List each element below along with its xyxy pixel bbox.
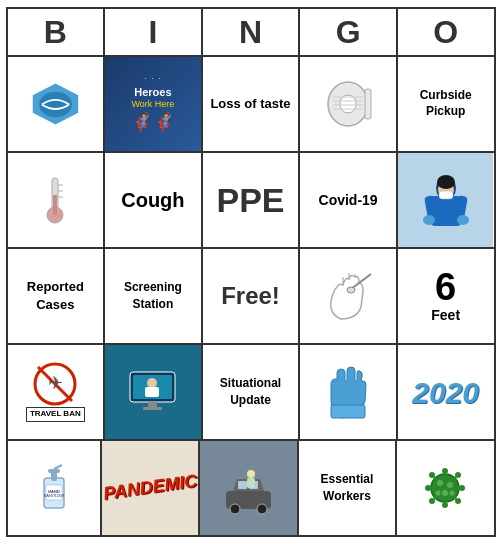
svg-point-34 (147, 378, 157, 388)
cell-n5-drive-thru (200, 441, 298, 535)
row-2: Cough PPE Covid-19 (8, 153, 494, 249)
cell-n1-loss-of-taste: Loss of taste (203, 57, 301, 151)
svg-point-49 (230, 504, 240, 514)
svg-rect-52 (247, 478, 255, 488)
cell-o5-virus (397, 441, 493, 535)
svg-point-56 (442, 502, 448, 508)
cell-b1-mask (8, 57, 106, 151)
svg-point-3 (340, 95, 356, 113)
svg-point-21 (437, 175, 455, 189)
svg-rect-37 (143, 407, 162, 410)
svg-point-28 (347, 287, 355, 293)
svg-point-54 (442, 468, 448, 474)
bingo-header: B I N G O (8, 9, 494, 57)
svg-rect-4 (365, 89, 371, 119)
row-1: · · · Heroes Work Here 🦸‍♀️🦸 Loss of tas… (8, 57, 494, 153)
svg-point-60 (459, 485, 465, 491)
cell-b3-reported-cases: Reported Cases (8, 249, 106, 343)
svg-point-58 (425, 485, 431, 491)
svg-point-1 (39, 92, 72, 117)
cell-i3-screening: Screening Station (105, 249, 203, 343)
cell-n2-ppe: PPE (203, 153, 301, 247)
cell-g4-glove (300, 345, 398, 439)
row-3: Reported Cases Screening Station Free! (8, 249, 494, 345)
svg-point-22 (423, 215, 435, 225)
cell-g5-essential: Essential Workers (299, 441, 397, 535)
letter-o: O (398, 9, 494, 55)
svg-point-50 (257, 504, 267, 514)
letter-i: I (105, 9, 203, 55)
cell-g2-covid: Covid-19 (300, 153, 398, 247)
cell-o4-2020: 2020 (398, 345, 494, 439)
row-4: ✈ TRAVEL BAN (8, 345, 494, 441)
cell-b2-thermometer (8, 153, 106, 247)
svg-point-51 (247, 470, 255, 478)
cell-g3-swab (300, 249, 398, 343)
svg-rect-38 (331, 405, 365, 418)
cell-i1-heroes: · · · Heroes Work Here 🦸‍♀️🦸 (105, 57, 203, 151)
svg-text:SANITIZER: SANITIZER (43, 493, 64, 498)
cell-n4-situational: Situational Update (203, 345, 301, 439)
cell-b5-sanitizer: HAND SANITIZER (8, 441, 102, 535)
svg-text:✈: ✈ (48, 373, 63, 393)
svg-point-72 (442, 490, 448, 496)
svg-rect-11 (53, 195, 57, 215)
row-5: HAND SANITIZER PANDEMIC (8, 441, 494, 535)
bingo-grid: · · · Heroes Work Here 🦸‍♀️🦸 Loss of tas… (8, 57, 494, 535)
cell-i4-screen (105, 345, 203, 439)
letter-g: G (300, 9, 398, 55)
cell-o2-doctor (398, 153, 494, 247)
letter-b: B (8, 9, 106, 55)
svg-point-73 (436, 491, 441, 496)
svg-point-71 (447, 482, 453, 488)
bingo-card: B I N G O · · · Heroes Work Her (6, 7, 496, 537)
letter-n: N (203, 9, 301, 55)
svg-rect-20 (439, 191, 453, 199)
cell-b4-travel-ban: ✈ TRAVEL BAN (8, 345, 106, 439)
svg-point-23 (457, 215, 469, 225)
cell-i5-pandemic: PANDEMIC (102, 441, 200, 535)
cell-o1-curbside: Curbside Pickup (398, 57, 494, 151)
svg-rect-35 (145, 387, 159, 397)
svg-line-42 (54, 465, 62, 469)
cell-g1-tp (300, 57, 398, 151)
cell-i2-cough: Cough (105, 153, 203, 247)
svg-rect-36 (148, 402, 157, 407)
svg-rect-41 (48, 469, 60, 473)
cell-o3-six-feet: 6 Feet (398, 249, 494, 343)
svg-point-70 (437, 480, 443, 486)
cell-n3-free: Free! (203, 249, 301, 343)
svg-rect-47 (238, 481, 247, 489)
svg-point-74 (450, 491, 455, 496)
